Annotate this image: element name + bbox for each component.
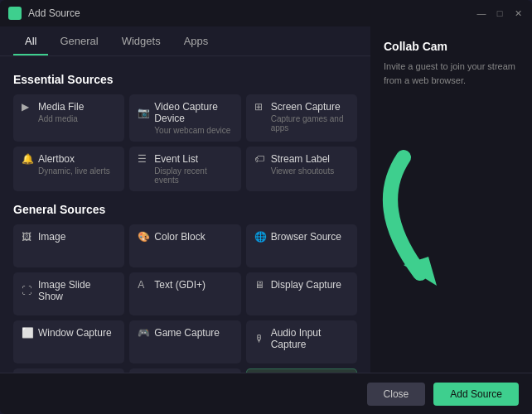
media-file-icon: ▶ xyxy=(22,101,33,113)
minimize-button[interactable]: — xyxy=(476,7,487,19)
text-gdi-icon: A xyxy=(138,279,149,291)
color-block-name: Color Block xyxy=(154,231,205,243)
source-event-list[interactable]: ☰ Event List Display recent events xyxy=(129,147,240,191)
window-capture-name: Window Capture xyxy=(38,327,112,339)
image-name: Image xyxy=(38,231,65,243)
browser-source-icon: 🌐 xyxy=(254,231,266,243)
app-icon xyxy=(8,7,22,20)
alertbox-icon: 🔔 xyxy=(22,153,33,165)
screen-capture-desc: Capture games and apps xyxy=(271,114,349,132)
svg-marker-0 xyxy=(404,257,437,286)
tab-apps[interactable]: Apps xyxy=(172,26,220,55)
display-capture-name: Display Capture xyxy=(271,279,341,291)
maximize-button[interactable]: □ xyxy=(494,7,505,19)
tab-all[interactable]: All xyxy=(13,26,48,55)
window-controls: — □ ✕ xyxy=(476,7,524,19)
source-video-capture[interactable]: 📷 Video Capture Device Your webcam devic… xyxy=(129,94,240,142)
media-file-desc: Add media xyxy=(38,114,116,123)
essential-sources-grid: ▶ Media File Add media 📷 Video Capture D… xyxy=(13,94,357,191)
source-browser-source[interactable]: 🌐 Browser Source xyxy=(246,224,357,267)
stream-label-name: Stream Label xyxy=(271,153,330,165)
browser-source-name: Browser Source xyxy=(271,231,341,243)
image-icon: 🖼 xyxy=(22,231,33,243)
window-capture-icon: ⬜ xyxy=(22,327,33,339)
titlebar: Add Source — □ ✕ xyxy=(0,0,532,26)
image-slideshow-name: Image Slide Show xyxy=(38,279,116,302)
display-capture-icon: 🖥 xyxy=(254,279,266,291)
right-panel-desc: Invite a guest to join your stream from … xyxy=(384,60,519,87)
general-sources-title: General Sources xyxy=(13,203,357,216)
footer: Close Add Source xyxy=(0,373,532,414)
video-capture-desc: Your webcam device xyxy=(154,126,232,135)
general-sources-grid: 🖼 Image 🎨 Color Block 🌐 Browser xyxy=(13,224,357,373)
stream-label-desc: Viewer shoutouts xyxy=(271,166,349,176)
tab-bar: All General Widgets Apps xyxy=(0,26,370,56)
source-text-gdi[interactable]: A Text (GDI+) xyxy=(129,272,240,315)
event-list-icon: ☰ xyxy=(138,153,149,165)
sources-content: Essential Sources ▶ Media File Add media… xyxy=(0,56,370,373)
screen-capture-name: Screen Capture xyxy=(271,101,341,113)
source-alertbox[interactable]: 🔔 Alertbox Dynamic, live alerts xyxy=(13,147,124,191)
event-list-name: Event List xyxy=(154,153,198,165)
alertbox-name: Alertbox xyxy=(38,153,75,165)
source-game-capture[interactable]: 🎮 Game Capture xyxy=(129,320,240,363)
left-panel: All General Widgets Apps Essential Sourc… xyxy=(0,26,370,373)
game-capture-icon: 🎮 xyxy=(138,327,149,339)
source-media-file[interactable]: ▶ Media File Add media xyxy=(13,94,124,142)
source-color-block[interactable]: 🎨 Color Block xyxy=(129,224,240,267)
close-window-button[interactable]: ✕ xyxy=(512,7,524,19)
source-image[interactable]: 🖼 Image xyxy=(13,224,124,267)
add-source-button[interactable]: Add Source xyxy=(433,383,519,406)
window-title: Add Source xyxy=(28,7,476,19)
source-image-slideshow[interactable]: ⛶ Image Slide Show xyxy=(13,272,124,315)
color-block-icon: 🎨 xyxy=(138,231,149,243)
screen-capture-icon: ⊞ xyxy=(254,101,266,113)
source-screen-capture[interactable]: ⊞ Screen Capture Capture games and apps xyxy=(246,94,357,142)
tab-general[interactable]: General xyxy=(48,26,109,55)
event-list-desc: Display recent events xyxy=(154,166,232,185)
arrow-svg xyxy=(354,141,503,290)
media-file-name: Media File xyxy=(38,101,84,113)
text-gdi-name: Text (GDI+) xyxy=(154,279,206,291)
video-capture-icon: 📷 xyxy=(138,107,149,118)
arrow-indicator xyxy=(354,141,520,306)
source-audio-input[interactable]: 🎙 Audio Input Capture xyxy=(246,320,357,363)
video-capture-name: Video Capture Device xyxy=(154,101,232,124)
source-stream-label[interactable]: 🏷 Stream Label Viewer shoutouts xyxy=(246,147,357,191)
stream-label-icon: 🏷 xyxy=(254,153,266,165)
audio-input-name: Audio Input Capture xyxy=(271,327,349,350)
source-window-capture[interactable]: ⬜ Window Capture xyxy=(13,320,124,363)
essential-sources-title: Essential Sources xyxy=(13,73,357,86)
image-slideshow-icon: ⛶ xyxy=(22,285,33,296)
tab-widgets[interactable]: Widgets xyxy=(110,26,172,55)
alertbox-desc: Dynamic, live alerts xyxy=(38,166,116,176)
right-panel-title: Collab Cam xyxy=(384,40,519,53)
add-source-window: Add Source — □ ✕ All General Widgets App… xyxy=(0,0,532,414)
audio-input-icon: 🎙 xyxy=(254,333,266,344)
close-button[interactable]: Close xyxy=(367,383,426,406)
body: All General Widgets Apps Essential Sourc… xyxy=(0,26,532,373)
game-capture-name: Game Capture xyxy=(154,327,220,339)
right-panel: Collab Cam Invite a guest to join your s… xyxy=(370,26,532,373)
source-display-capture[interactable]: 🖥 Display Capture xyxy=(246,272,357,315)
